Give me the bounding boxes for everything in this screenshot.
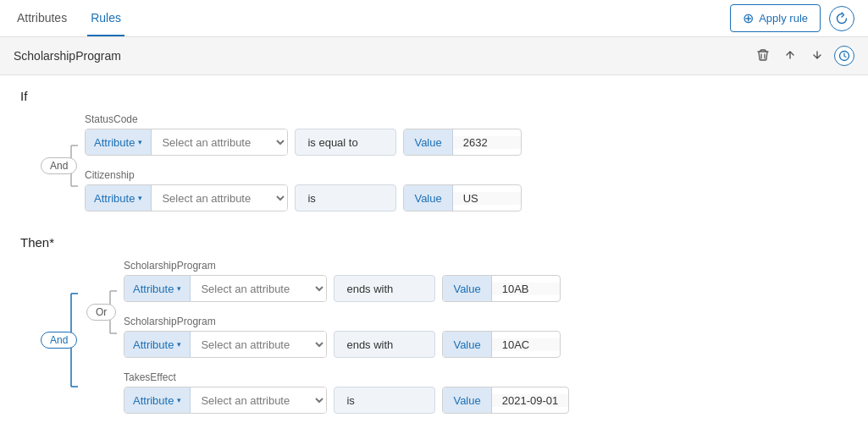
if-row-0: StatusCode Attribute ▾ Select an attribu… bbox=[85, 113, 848, 162]
refresh-icon bbox=[835, 12, 849, 25]
if-row-1-operator: is bbox=[295, 184, 396, 212]
then-chevron-1-0: ▾ bbox=[177, 396, 181, 404]
if-row-0-content: Attribute ▾ Select an attribute is equal… bbox=[85, 129, 848, 156]
then-outer-wrapper: And bbox=[37, 260, 848, 420]
then-row-0-1: ScholarshipProgram Attribute ▾ Sele bbox=[124, 316, 848, 365]
if-row-0-value-group: Value 2632 bbox=[403, 129, 521, 156]
if-and-badge: And bbox=[41, 157, 77, 174]
then-row-0-0-attr-select[interactable]: Attribute ▾ Select an attribute bbox=[124, 275, 327, 302]
then-row-0-0-operator: ends with bbox=[334, 275, 435, 302]
if-row-1-attr-type[interactable]: Attribute ▾ bbox=[86, 185, 152, 211]
if-row-0-attr-dropdown[interactable]: Select an attribute bbox=[152, 129, 287, 155]
then-and-badge: And bbox=[41, 332, 77, 349]
if-row-0-attr-select[interactable]: Attribute ▾ Select an attribute bbox=[85, 129, 288, 156]
rule-header: ScholarshipProgram bbox=[0, 37, 868, 75]
then-row-0-1-operator: ends with bbox=[334, 331, 435, 358]
then-row-1-0-attr-select[interactable]: Attribute ▾ Select an attribute bbox=[124, 387, 327, 414]
then-row-0-1-attr-select[interactable]: Attribute ▾ Select an attribute bbox=[124, 331, 327, 358]
then-row-0-1-content: Attribute ▾ Select an attribute end bbox=[124, 331, 848, 358]
then-row-0-0-dropdown[interactable]: Select an attribute bbox=[191, 276, 326, 301]
then-row-1-0-operator: is bbox=[334, 387, 435, 414]
delete-rule-button[interactable] bbox=[753, 47, 773, 66]
then-row-0-0-attr-type[interactable]: Attribute ▾ bbox=[124, 276, 191, 301]
move-up-button[interactable] bbox=[780, 47, 800, 66]
then-groups: Or ScholarshipProgram bbox=[85, 260, 848, 420]
then-row-1-0-attr-type[interactable]: Attribute ▾ bbox=[124, 387, 191, 413]
if-bracket: And bbox=[37, 113, 80, 218]
then-outer-bracket: And bbox=[37, 260, 80, 420]
nav-tabs: Attributes Rules bbox=[14, 0, 124, 36]
then-row-1-0: TakesEffect Attribute ▾ Select an a bbox=[124, 371, 848, 420]
then-row-1-0-sublabel: TakesEffect bbox=[124, 371, 848, 383]
then-row-0-0: ScholarshipProgram Attribute ▾ Sele bbox=[124, 260, 848, 309]
if-row-0-sublabel: StatusCode bbox=[85, 113, 848, 125]
rule-header-actions bbox=[753, 46, 854, 66]
then-group-1-rows: TakesEffect Attribute ▾ Select an a bbox=[124, 371, 848, 420]
if-row-1-attr-dropdown[interactable]: Select an attribute bbox=[152, 185, 287, 211]
nav-actions: ⊕ Apply rule bbox=[730, 4, 854, 32]
if-rows: StatusCode Attribute ▾ Select an attribu… bbox=[85, 113, 848, 218]
then-chevron-0-1: ▾ bbox=[177, 340, 181, 349]
if-label: If bbox=[20, 89, 848, 103]
then-row-1-0-content: Attribute ▾ Select an attribute is bbox=[124, 387, 848, 414]
then-or-badge: Or bbox=[86, 304, 116, 321]
rule-clock-button[interactable] bbox=[834, 46, 854, 66]
if-row-0-attr-type[interactable]: Attribute ▾ bbox=[86, 129, 152, 155]
refresh-icon-button[interactable] bbox=[829, 6, 854, 31]
if-section: If And bbox=[20, 89, 848, 218]
then-row-0-0-content: Attribute ▾ Select an attribute end bbox=[124, 275, 848, 302]
then-row-0-0-sublabel: ScholarshipProgram bbox=[124, 260, 848, 272]
then-chevron-0-0: ▾ bbox=[177, 284, 181, 293]
then-row-0-0-value: Value 10AB bbox=[442, 275, 560, 302]
move-down-button[interactable] bbox=[807, 47, 827, 66]
if-row-1-value-group: Value US bbox=[403, 184, 521, 212]
if-row-0-operator: is equal to bbox=[295, 129, 396, 156]
attr-type-chevron-1: ▾ bbox=[138, 194, 142, 202]
arrow-down-icon bbox=[810, 48, 824, 62]
apply-rule-button[interactable]: ⊕ Apply rule bbox=[730, 4, 821, 32]
if-row-1: Citizenship Attribute ▾ Select an attrib… bbox=[85, 169, 848, 218]
if-row-1-attr-select[interactable]: Attribute ▾ Select an attribute bbox=[85, 184, 288, 212]
then-row-0-1-dropdown[interactable]: Select an attribute bbox=[191, 332, 326, 357]
trash-icon bbox=[756, 48, 770, 62]
then-row-1-0-value: Value 2021-09-01 bbox=[442, 387, 569, 414]
app-container: Attributes Rules ⊕ Apply rule Scholarshi… bbox=[0, 0, 868, 445]
tab-attributes[interactable]: Attributes bbox=[14, 0, 70, 36]
arrow-up-icon bbox=[783, 48, 797, 62]
main-content: If And bbox=[0, 75, 868, 445]
clock-icon bbox=[838, 50, 850, 62]
then-group-0-rows: ScholarshipProgram Attribute ▾ Sele bbox=[124, 260, 848, 365]
top-nav: Attributes Rules ⊕ Apply rule bbox=[0, 0, 868, 37]
then-or-bracket: Or bbox=[85, 260, 119, 365]
then-group-1: TakesEffect Attribute ▾ Select an a bbox=[85, 371, 848, 420]
then-group-1-spacer bbox=[85, 371, 124, 420]
then-group-0: Or ScholarshipProgram bbox=[85, 260, 848, 365]
then-section: Then* And bbox=[20, 235, 848, 420]
then-row-0-1-sublabel: ScholarshipProgram bbox=[124, 316, 848, 327]
then-row-0-1-value: Value 10AC bbox=[442, 331, 560, 358]
then-row-1-0-dropdown[interactable]: Select an attribute bbox=[191, 387, 326, 413]
attr-type-chevron: ▾ bbox=[138, 138, 142, 146]
then-label: Then* bbox=[20, 235, 848, 250]
if-row-1-content: Attribute ▾ Select an attribute is bbox=[85, 184, 848, 212]
rule-title: ScholarshipProgram bbox=[14, 49, 121, 63]
then-row-0-1-attr-type[interactable]: Attribute ▾ bbox=[124, 332, 191, 357]
tab-rules[interactable]: Rules bbox=[87, 0, 124, 36]
plus-circle-icon: ⊕ bbox=[743, 10, 754, 26]
if-row-1-sublabel: Citizenship bbox=[85, 169, 848, 181]
